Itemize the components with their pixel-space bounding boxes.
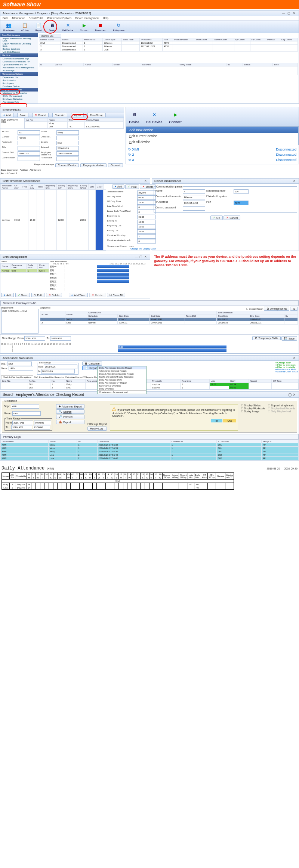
- inp-depart[interactable]: [56, 141, 79, 145]
- calc-cell[interactable]: 1: [50, 383, 65, 386]
- mg-cell[interactable]: Ethernet: [102, 45, 121, 48]
- rm-2[interactable]: Depart Attendance Statistic Report: [98, 372, 146, 375]
- mg-cell[interactable]: [139, 48, 162, 52]
- menu-maintenance[interactable]: Maintenance/Options: [47, 17, 71, 19]
- tt-cell[interactable]: [67, 190, 79, 251]
- calc-cell[interactable]: [249, 383, 271, 386]
- calc-name[interactable]: [9, 366, 33, 371]
- btn-facegroup[interactable]: FaceGroup: [87, 113, 106, 117]
- calc-btn-calc[interactable]: 🖩 Calculate: [82, 362, 102, 366]
- rm-7[interactable]: Daily Overtime: [98, 387, 146, 390]
- sac-cell[interactable]: 2099/12/31: [249, 318, 284, 321]
- s-tot[interactable]: [33, 425, 50, 430]
- mg-cell[interactable]: XIMI: [39, 41, 61, 45]
- calc-to[interactable]: [41, 369, 75, 373]
- menu-data[interactable]: Data: [3, 17, 8, 19]
- item-export[interactable]: Export Attendance Checking Data: [0, 42, 38, 47]
- calc-cell[interactable]: 2: [50, 386, 65, 390]
- dm-inp-name[interactable]: [183, 189, 205, 194]
- btn-connect[interactable]: Connect: [108, 163, 123, 167]
- sac-cell[interactable]: 2: [40, 321, 65, 325]
- chk-image[interactable]: ☐ Diplay Image: [241, 410, 259, 413]
- tb-disconnect[interactable]: ⏹Disconnect: [93, 21, 108, 32]
- rm-3[interactable]: Staff's On-Duty/Off-Duty Timetable: [98, 375, 146, 378]
- pl-cell[interactable]: 1: [170, 447, 216, 450]
- calc-cell[interactable]: [209, 386, 229, 390]
- sac-bar-2[interactable]: [118, 349, 226, 352]
- sac-chk-design[interactable]: ☐ Design Report: [246, 308, 263, 310]
- mg-cell[interactable]: Ethernet: [102, 41, 121, 45]
- item-emp-sched[interactable]: Employee Schedule: [0, 97, 38, 100]
- max-icon[interactable]: ▢: [287, 393, 292, 397]
- chk-workcode[interactable]: ☐ Display Workcode: [241, 407, 265, 410]
- sac-cell[interactable]: 2000/1/1: [117, 318, 150, 321]
- s-dep[interactable]: [11, 404, 39, 409]
- tt-cell[interactable]: 09:30: [13, 190, 21, 251]
- pl-cell[interactable]: 2016/9/26 17:56:35: [97, 450, 170, 453]
- calc-cell[interactable]: [272, 386, 299, 390]
- sac-cell[interactable]: [284, 318, 298, 321]
- pl-cell[interactable]: FP: [262, 453, 299, 457]
- tt-cell[interactable]: [37, 190, 44, 251]
- s-btn-adv[interactable]: ◆ Advanced Export: [56, 404, 84, 409]
- tb-del-device[interactable]: ✕Del Device: [61, 21, 75, 32]
- close-icon[interactable]: ✕: [143, 179, 148, 183]
- calc-dep[interactable]: [7, 362, 32, 366]
- sac-cell[interactable]: 2016/9/26: [217, 321, 249, 325]
- tt-cell[interactable]: daytime: [1, 190, 13, 251]
- mg-cell[interactable]: [266, 45, 280, 48]
- s-btn-preview[interactable]: 🔎 Preview: [56, 415, 84, 419]
- tb-employees[interactable]: 👥Employees: [2, 21, 16, 32]
- mg-cell[interactable]: [234, 48, 250, 52]
- dev-row-2[interactable]: ↻ 2Disconnected: [127, 152, 297, 157]
- tt-cell[interactable]: [89, 190, 96, 251]
- sac-btn-print[interactable]: 🖨: [290, 307, 298, 311]
- shift-bar[interactable]: [97, 269, 129, 272]
- sac-from[interactable]: [24, 336, 45, 341]
- s-chk-design[interactable]: ☐ Design Report: [87, 423, 107, 426]
- rm-6[interactable]: Summary of Overtime: [98, 384, 146, 387]
- pl-cell[interactable]: XIMI: [1, 453, 49, 457]
- calc-from[interactable]: [44, 365, 77, 369]
- mg-cell[interactable]: [173, 48, 195, 52]
- inp-acno[interactable]: [18, 130, 40, 135]
- chk-simple[interactable]: ☐ Support simple calc: [268, 404, 294, 407]
- inp-name[interactable]: [56, 130, 79, 135]
- sm-r3[interactable]: Week: [38, 269, 49, 273]
- btn-connect-big[interactable]: ▶Connect: [168, 109, 184, 125]
- s-name[interactable]: [12, 411, 41, 416]
- chk-cin[interactable]: ☑ Must C/In: [107, 245, 119, 248]
- btn-import[interactable]: Import: [71, 113, 84, 117]
- pl-cell[interactable]: 001: [217, 447, 262, 450]
- mg-cell[interactable]: [121, 45, 139, 48]
- menu-add-device[interactable]: Add new device: [126, 127, 298, 133]
- emp-cell[interactable]: [67, 122, 84, 125]
- btn-add-emp[interactable]: Add: [1, 113, 13, 117]
- mg-cell[interactable]: [121, 41, 139, 45]
- inp-nat[interactable]: [18, 141, 40, 145]
- mg-cell[interactable]: 192.168.0.2: [139, 41, 162, 45]
- calc-cell[interactable]: [272, 383, 299, 386]
- mg-cell[interactable]: 1: [83, 48, 102, 52]
- mg-cell[interactable]: [234, 45, 250, 48]
- tt-cell[interactable]: [96, 190, 104, 251]
- tb-report[interactable]: 📄Report: [34, 21, 44, 32]
- mg-cell[interactable]: [195, 48, 213, 52]
- pl-cell[interactable]: FP: [262, 450, 299, 453]
- pl-cell[interactable]: 2016/9/26 17:56:42: [97, 457, 170, 460]
- mg-cell[interactable]: [280, 41, 298, 45]
- pl-cell[interactable]: XIMI: [1, 447, 49, 450]
- emp-cell[interactable]: Vicky: [47, 122, 67, 125]
- item-dbopt[interactable]: Database Option: [0, 85, 38, 88]
- mg-cell[interactable]: [280, 48, 298, 52]
- inp-mobile[interactable]: [56, 151, 79, 156]
- pl-cell[interactable]: 001: [217, 450, 262, 453]
- sac-cell[interactable]: [185, 321, 216, 325]
- inp-title[interactable]: [18, 146, 40, 151]
- dm-inp-ip[interactable]: [183, 201, 205, 205]
- pl-cell[interactable]: Lina: [48, 457, 77, 460]
- btn-save-emp[interactable]: Save: [17, 113, 28, 117]
- mg-cell[interactable]: 4370: [163, 45, 173, 48]
- sm-btn-clear[interactable]: ☐ Clear All: [107, 293, 125, 297]
- item-maint-tt[interactable]: Maintenance Timetables: [0, 92, 38, 94]
